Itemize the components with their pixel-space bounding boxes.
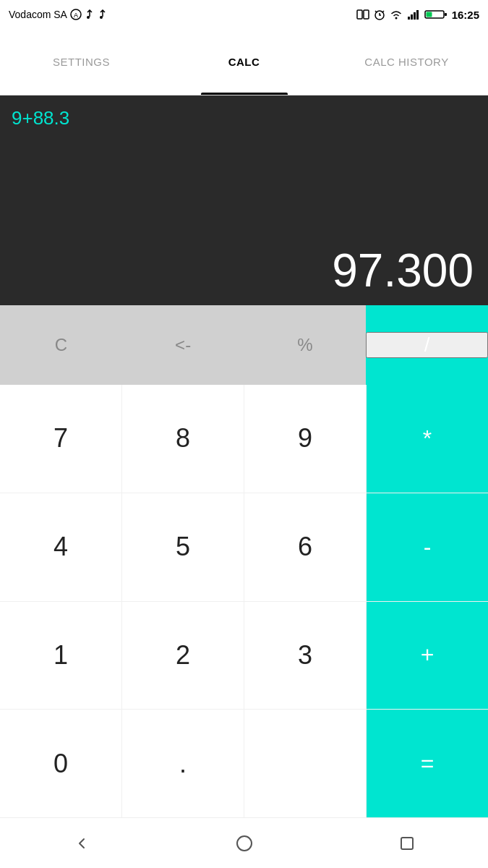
svg-rect-5 xyxy=(364,10,369,19)
backspace-button[interactable]: <- xyxy=(122,305,244,385)
svg-rect-12 xyxy=(445,13,447,16)
signal-icon xyxy=(407,9,420,20)
button-9[interactable]: 9 xyxy=(244,385,367,493)
recents-icon xyxy=(399,835,415,851)
tab-bar: SETTINGS CALC CALC HISTORY xyxy=(0,29,488,95)
row-0dot-eq: 0 . = xyxy=(0,710,488,817)
home-nav-button[interactable] xyxy=(226,825,262,861)
svg-text:A: A xyxy=(74,12,78,19)
calculator-display: 9+88.3 97.300 xyxy=(0,95,488,305)
sim-icon xyxy=(356,9,369,20)
svg-rect-7 xyxy=(408,17,410,20)
row-456: 4 5 6 - xyxy=(0,493,488,602)
home-icon xyxy=(236,835,253,852)
carrier-text: Vodacom SA xyxy=(9,9,67,20)
navigation-bar xyxy=(0,817,488,868)
usb-icon xyxy=(85,9,95,20)
svg-rect-15 xyxy=(401,838,413,849)
button-7[interactable]: 7 xyxy=(0,385,122,493)
button-4[interactable]: 4 xyxy=(0,493,122,601)
add-button[interactable]: + xyxy=(367,602,488,710)
tab-settings[interactable]: SETTINGS xyxy=(0,29,163,95)
time-text: 16:25 xyxy=(452,9,479,21)
divide-button[interactable]: / xyxy=(366,332,488,358)
button-1[interactable]: 1 xyxy=(0,602,122,710)
number-rows: 7 8 9 * 4 5 6 - 1 2 3 + 0 . = xyxy=(0,385,488,817)
top-function-row: C <- % / xyxy=(0,305,488,385)
row-123: 1 2 3 + xyxy=(0,602,488,710)
button-0[interactable]: 0 xyxy=(0,710,122,817)
usb-icon2 xyxy=(98,9,108,20)
network-icon: A xyxy=(70,9,82,20)
svg-point-14 xyxy=(237,836,252,851)
tab-calc[interactable]: CALC xyxy=(163,29,325,95)
svg-point-3 xyxy=(100,16,103,19)
svg-rect-13 xyxy=(426,12,432,17)
svg-rect-4 xyxy=(357,10,362,19)
equals-button[interactable]: = xyxy=(367,710,488,817)
row-789: 7 8 9 * xyxy=(0,385,488,493)
clear-button[interactable]: C xyxy=(0,305,122,385)
calculator-buttons: C <- % / 7 8 9 * 4 5 6 - 1 2 3 + xyxy=(0,305,488,817)
recents-nav-button[interactable] xyxy=(389,825,425,861)
button-8[interactable]: 8 xyxy=(122,385,244,493)
svg-rect-8 xyxy=(411,14,413,20)
svg-rect-10 xyxy=(416,10,419,20)
divide-button-container: / xyxy=(366,305,488,385)
button-5[interactable]: 5 xyxy=(122,493,244,601)
svg-rect-9 xyxy=(414,12,416,20)
alarm-icon xyxy=(374,9,385,20)
button-3[interactable]: 3 xyxy=(244,602,367,710)
back-nav-button[interactable] xyxy=(64,825,100,861)
wifi-icon xyxy=(390,9,403,20)
status-right: 16:25 xyxy=(356,9,479,21)
subtract-button[interactable]: - xyxy=(367,493,488,601)
svg-point-2 xyxy=(87,16,90,19)
result-display: 97.300 xyxy=(12,247,474,294)
expression-display: 9+88.3 xyxy=(12,107,474,247)
battery-icon xyxy=(424,9,448,20)
button-dot[interactable]: . xyxy=(122,710,244,817)
multiply-button[interactable]: * xyxy=(367,385,488,493)
tab-history[interactable]: CALC HISTORY xyxy=(325,29,488,95)
button-6[interactable]: 6 xyxy=(244,493,367,601)
carrier-info: Vodacom SA A xyxy=(9,9,108,20)
button-2[interactable]: 2 xyxy=(122,602,244,710)
top-left-buttons: C <- % xyxy=(0,305,366,385)
percent-button[interactable]: % xyxy=(244,305,367,385)
status-bar: Vodacom SA A xyxy=(0,0,488,29)
back-icon xyxy=(73,835,90,852)
empty-cell xyxy=(244,710,367,817)
